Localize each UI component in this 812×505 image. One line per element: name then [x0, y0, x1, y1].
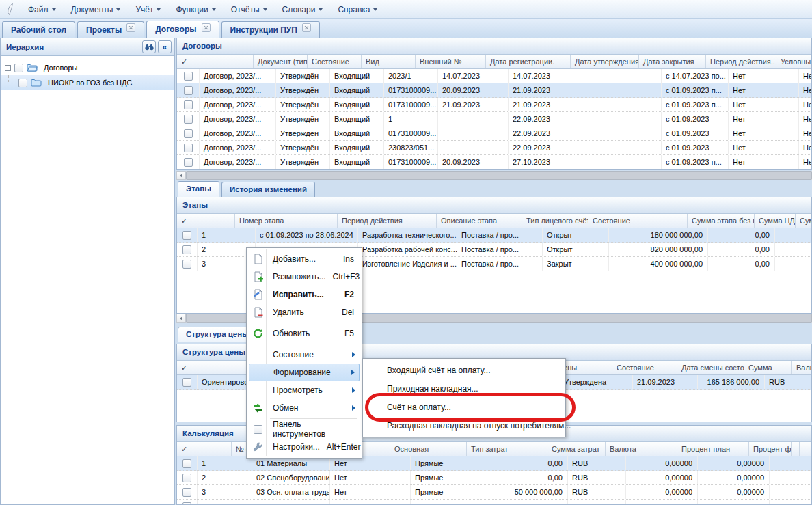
row-checkbox[interactable] — [182, 378, 191, 387]
column-header[interactable]: Вид — [362, 55, 416, 68]
row-checkbox[interactable] — [184, 158, 193, 167]
submenu-item-payment-invoice[interactable]: Счёт на оплату... — [365, 398, 563, 416]
column-header[interactable]: Условный договор — [776, 55, 812, 68]
close-icon[interactable] — [126, 23, 135, 32]
column-header[interactable]: Процент факт — [749, 442, 792, 456]
collapse-node-icon[interactable] — [5, 65, 11, 71]
column-header[interactable]: Состояние — [612, 361, 677, 374]
column-header[interactable]: Сумма этапа без налогов — [688, 214, 755, 228]
table-row[interactable]: 4 04 Доп. оплата труда Нет Прямые 7 250 … — [177, 500, 811, 505]
column-header[interactable]: Тип лицевого счёт — [522, 214, 588, 228]
column-header[interactable]: Дата смены состоя — [677, 361, 744, 374]
column-header[interactable]: Сумма — [744, 361, 792, 374]
column-header[interactable]: Состояние — [588, 214, 688, 228]
menu-item-forming[interactable]: Формирование — [249, 364, 360, 381]
row-checkbox[interactable] — [182, 245, 191, 254]
table-row[interactable]: Договор, 2023/... Утверждён Входящий 230… — [177, 141, 811, 155]
column-header[interactable]: Документ (тип, № — [254, 55, 308, 68]
menu-item-exchange[interactable]: Обмен — [249, 399, 360, 417]
tab-contracts[interactable]: Договоры — [146, 21, 219, 38]
menubar-item[interactable]: Учёт — [128, 2, 168, 17]
column-header[interactable]: ✓ — [177, 442, 232, 456]
column-header[interactable]: Валюта — [606, 442, 677, 456]
menu-item-edit[interactable]: Исправить...F2 — [249, 286, 360, 303]
row-checkbox[interactable] — [182, 488, 191, 497]
menu-item-view[interactable]: Просмотреть — [249, 381, 360, 399]
column-header[interactable]: Описание этапа — [437, 214, 522, 228]
table-row[interactable]: Договор, 2023/... Утверждён Входящий 017… — [177, 126, 811, 141]
menubar-item[interactable]: Справка — [330, 2, 385, 17]
submenu-item-incoming-invoice[interactable]: Входящий счёт на оплату... — [365, 361, 563, 379]
row-checkbox[interactable] — [182, 474, 191, 482]
close-icon[interactable] — [202, 23, 211, 32]
column-header[interactable]: Основная — [390, 442, 467, 456]
collapse-panel-button[interactable]: « — [158, 40, 172, 53]
submenu-item-receipt-note[interactable]: Приходная накладная... — [365, 379, 563, 398]
tab-instructions[interactable]: Инструкции ПУП — [221, 21, 320, 38]
column-header[interactable]: ✓ — [177, 214, 235, 228]
table-row[interactable]: Договор, 2023/... Утверждён Входящий 017… — [177, 98, 811, 112]
tab-desktop[interactable]: Рабочий стол — [2, 21, 75, 38]
column-header[interactable]: Период действия — [338, 214, 437, 228]
scroll-thumb[interactable] — [186, 171, 812, 180]
tree-node-niokr[interactable]: НИОКР по ГОЗ без НДС — [1, 75, 174, 90]
menu-item-delete[interactable]: УдалитьDel — [249, 303, 360, 321]
row-checkbox[interactable] — [184, 115, 193, 124]
menu-item-clone[interactable]: Размножить...Ctrl+F3 — [249, 268, 360, 286]
row-checkbox[interactable] — [182, 459, 191, 468]
column-header[interactable]: ✓ — [177, 55, 254, 68]
menu-item-toolbar[interactable]: Панель инструментов — [249, 420, 360, 438]
menubar-item[interactable]: Словари — [275, 2, 331, 17]
menu-item-add[interactable]: Добавить...Ins — [249, 250, 360, 268]
row-checkbox[interactable] — [182, 260, 191, 269]
table-row[interactable]: 1 с 01.09.2023 по 28.06.2024 Разработка … — [177, 228, 811, 243]
column-header[interactable]: Период действия.. — [706, 55, 776, 68]
row-checkbox[interactable] — [184, 86, 193, 95]
menubar-item[interactable]: Отчёты — [224, 2, 275, 17]
column-header[interactable]: Сумма НДС этапа — [755, 214, 796, 228]
row-checkbox[interactable] — [184, 144, 193, 152]
menubar-item[interactable]: Документы — [64, 2, 128, 17]
table-row[interactable]: 3 03 Осн. оплата труда Нет Прямые 50 000… — [177, 485, 811, 500]
column-header[interactable]: Дата закрытия — [639, 55, 706, 68]
search-binoculars-button[interactable] — [142, 40, 156, 53]
table-row[interactable]: 2 02 Спецоборудование Нет Прямые 0,00 RU… — [177, 471, 811, 485]
table-row[interactable]: 1 01 Материалы Нет Прямые 0,00 RUB 0,000… — [177, 456, 811, 471]
column-header[interactable]: Дата регистрации. — [486, 55, 571, 68]
tree-checkbox[interactable] — [14, 64, 23, 72]
column-header[interactable]: Тип затрат — [467, 442, 547, 456]
column-header[interactable]: Сумма затрат — [547, 442, 606, 456]
column-header[interactable] — [792, 442, 800, 456]
scroll-left-button[interactable] — [176, 314, 186, 323]
menu-item-refresh[interactable]: ОбновитьF5 — [249, 325, 360, 342]
column-header[interactable]: Сумма эт — [796, 214, 812, 228]
scroll-left-button[interactable] — [176, 171, 186, 180]
menu-item-state[interactable]: Состояние — [249, 346, 360, 364]
close-icon[interactable] — [302, 23, 311, 32]
tree-node-contracts[interactable]: Договоры — [1, 60, 174, 75]
row-checkbox[interactable] — [184, 100, 193, 109]
menubar-item[interactable]: Файл — [21, 2, 64, 17]
h-scrollbar[interactable] — [176, 171, 812, 180]
submenu-item-outgoing-note[interactable]: Расходная накладная на отпуск потребител… — [365, 416, 563, 435]
column-header[interactable]: Валюта — [792, 361, 812, 374]
menubar-item[interactable]: Функции — [168, 2, 223, 17]
tree-checkbox[interactable] — [18, 79, 27, 87]
tab-projects[interactable]: Проекты — [77, 21, 144, 38]
table-row[interactable]: Договор, 2023/... Утверждён Входящий 1 2… — [177, 112, 811, 126]
table-row[interactable]: Договор, 2023/... Утверждён Входящий 017… — [177, 155, 811, 169]
column-header[interactable]: Состояние — [308, 55, 362, 68]
column-header[interactable]: Дата утверждения — [571, 55, 639, 68]
row-checkbox[interactable] — [184, 129, 193, 138]
column-header[interactable]: Процент план — [677, 442, 749, 456]
column-header[interactable]: Внешний № — [416, 55, 486, 68]
menu-item-settings[interactable]: Настройки...Alt+Enter — [249, 438, 360, 456]
table-row[interactable]: Договор, 2023/... Утверждён Входящий 202… — [177, 69, 811, 83]
row-checkbox[interactable] — [184, 72, 193, 81]
column-header[interactable]: Номер этапа — [235, 214, 338, 228]
tab-stages[interactable]: Этапы — [178, 181, 219, 197]
table-row[interactable]: Договор, 2023/... Утверждён Входящий 017… — [177, 83, 811, 98]
tab-history[interactable]: История изменений — [221, 182, 315, 197]
row-checkbox[interactable] — [182, 502, 191, 505]
row-checkbox[interactable] — [182, 231, 191, 240]
